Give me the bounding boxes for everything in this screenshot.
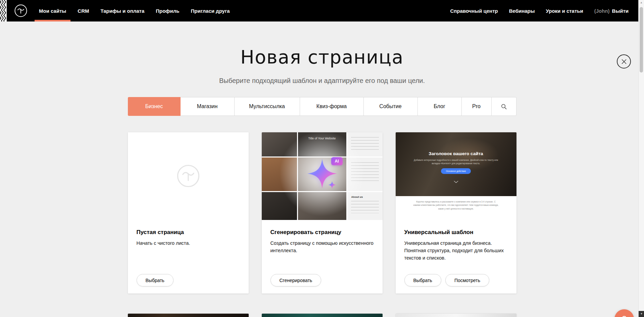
generate-button[interactable]: Сгенерировать	[270, 274, 321, 286]
tab-quiz-form[interactable]: Квиз-форма	[300, 97, 364, 116]
collage-photo-tile	[262, 192, 297, 220]
nav-crm[interactable]: CRM	[78, 0, 89, 21]
card-title: Пустая страница	[137, 229, 240, 236]
collage-photo-tile	[298, 192, 346, 220]
card-actions: Выбрать Посмотреть	[404, 274, 490, 286]
user-block: (John) Выйти	[594, 8, 629, 14]
template-body-section: Коротко представьтесь и расскажите о ком…	[396, 196, 516, 220]
top-navbar: Мои сайты CRM Тарифы и оплата Профиль Пр…	[0, 0, 644, 21]
ai-badge: AI	[331, 157, 343, 165]
tab-multilink[interactable]: Мультиссылка	[234, 97, 300, 116]
nav-lessons[interactable]: Уроки и статьи	[546, 8, 583, 14]
nav-invite-friend[interactable]: Пригласи друга	[191, 0, 230, 21]
next-row-previews	[128, 314, 516, 317]
page-title: Новая страница	[0, 21, 644, 68]
nav-my-sites[interactable]: Мои сайты	[39, 0, 66, 21]
template-category-tabs: Бизнес Магазин Мультиссылка Квиз-форма С…	[128, 97, 516, 116]
secondary-navigation: Справочный центр Вебинары Уроки и статьи…	[450, 8, 629, 14]
logout-link[interactable]: Выйти	[612, 8, 629, 14]
tab-blog[interactable]: Блог	[417, 97, 462, 116]
scrollbar[interactable]: ▲ ▼	[638, 0, 644, 317]
collage-photo-tile	[262, 157, 297, 191]
main-navigation: Мои сайты CRM Тарифы и оплата Профиль Пр…	[39, 0, 241, 21]
tilda-watermark-icon	[176, 164, 200, 188]
collage-photo-tile	[262, 132, 297, 156]
search-icon	[501, 103, 507, 110]
card-body: Универсальный шаблон Универсальная стран…	[396, 220, 516, 262]
nav-help-center[interactable]: Справочный центр	[450, 8, 498, 14]
card-description: Создать страницу с помощью искусственног…	[270, 240, 374, 255]
card-ai-generate[interactable]: Title of Your Website About us	[262, 132, 383, 293]
card-blank-page[interactable]: Пустая страница Начать с чистого листа. …	[128, 132, 249, 293]
nav-profile[interactable]: Профиль	[156, 0, 179, 21]
card-description: Универсальная страница для бизнеса. Поня…	[404, 240, 508, 262]
template-cta-button: Основное действие	[441, 168, 471, 174]
tab-event[interactable]: Событие	[363, 97, 418, 116]
template-grid: Пустая страница Начать с чистого листа. …	[128, 132, 516, 293]
next-card-preview[interactable]	[262, 314, 383, 317]
tilda-logo[interactable]	[14, 4, 28, 17]
select-template-button[interactable]: Выбрать	[404, 274, 441, 286]
card-title: Сгенерировать страницу	[270, 229, 374, 236]
tab-store[interactable]: Магазин	[180, 97, 235, 116]
view-template-button[interactable]: Посмотреть	[445, 274, 489, 286]
collage-title-text: Title of Your Website	[308, 137, 336, 140]
close-button[interactable]	[617, 54, 631, 69]
collage-title-tile: Title of Your Website	[298, 132, 346, 156]
zigzag-pattern-decoration	[0, 0, 7, 21]
user-name: (John)	[594, 8, 610, 14]
select-blank-button[interactable]: Выбрать	[137, 274, 174, 286]
collage-about-tile: About us	[347, 192, 383, 220]
collage-doc-tile	[347, 132, 383, 156]
main-content: Новая страница Выберите подходящий шабло…	[0, 21, 644, 317]
next-card-preview[interactable]	[396, 314, 516, 317]
template-preview: Заголовок вашего сайта Добавьте интересн…	[396, 132, 516, 220]
card-universal-template[interactable]: Заголовок вашего сайта Добавьте интересн…	[396, 132, 516, 293]
card-body: Сгенерировать страницу Создать страницу …	[262, 220, 383, 255]
scrollbar-down-arrow[interactable]: ▼	[639, 311, 644, 317]
card-title: Универсальный шаблон	[404, 229, 508, 236]
tab-pro[interactable]: Pro	[461, 97, 492, 116]
collage-doc-tile	[347, 157, 383, 191]
tab-search[interactable]	[491, 97, 516, 116]
collage-about-text: About us	[351, 195, 363, 198]
card-actions: Выбрать	[137, 274, 174, 286]
template-hero-heading: Заголовок вашего сайта	[396, 151, 516, 156]
close-icon	[622, 59, 627, 64]
tab-business[interactable]: Бизнес	[128, 97, 181, 116]
blank-preview	[128, 132, 249, 220]
ai-preview: Title of Your Website About us	[262, 132, 383, 220]
next-card-preview[interactable]	[128, 314, 249, 317]
scrollbar-up-arrow[interactable]: ▲	[639, 1, 644, 4]
card-body: Пустая страница Начать с чистого листа.	[128, 220, 249, 247]
scrollbar-thumb[interactable]	[640, 7, 643, 73]
nav-tariffs[interactable]: Тарифы и оплата	[100, 0, 144, 21]
template-body-text: Коротко представьтесь и расскажите о ком…	[412, 200, 499, 211]
chevron-down-icon	[396, 178, 516, 184]
help-button[interactable]: ?	[614, 309, 634, 317]
ai-sparkle-small-icon	[328, 181, 336, 189]
card-description: Начать с чистого листа.	[137, 240, 240, 247]
card-actions: Сгенерировать	[270, 274, 321, 286]
page-subtitle: Выберите подходящий шаблон и адаптируйте…	[0, 77, 644, 85]
nav-webinars[interactable]: Вебинары	[509, 8, 535, 14]
template-hero: Заголовок вашего сайта Добавьте интересн…	[396, 132, 516, 196]
template-hero-subtext: Добавьте интересные подробности о вашей …	[410, 158, 502, 165]
